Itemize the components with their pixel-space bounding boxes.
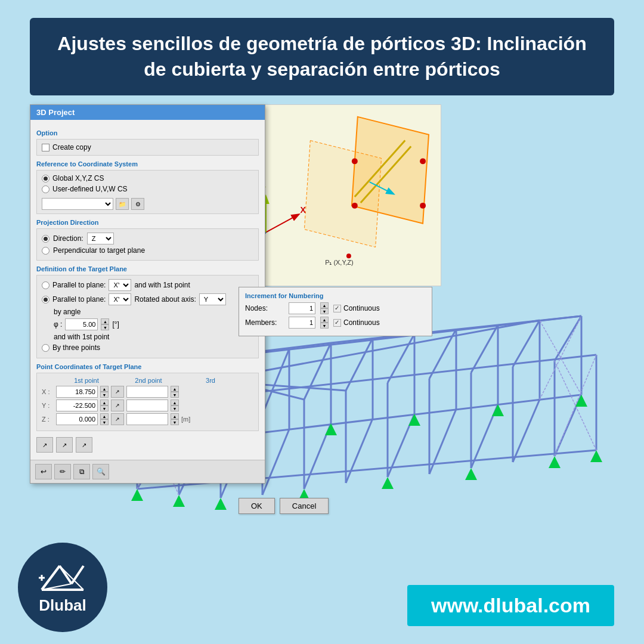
global-cs-radio[interactable]	[42, 175, 49, 182]
x-down-1st[interactable]: ▼	[100, 392, 109, 398]
col-3rd: 3rd	[181, 377, 240, 384]
members-input[interactable]	[289, 317, 315, 329]
y-input-2nd[interactable]	[126, 400, 168, 411]
y-input-1st[interactable]	[56, 400, 98, 411]
direction-dropdown[interactable]: Z X Y	[87, 233, 114, 244]
pick-buttons-row: ↗ ↗ ↗	[36, 435, 259, 455]
cancel-button[interactable]: Cancel	[280, 498, 329, 514]
z-input-1st[interactable]	[56, 413, 98, 425]
nodes-input[interactable]	[289, 302, 315, 314]
undo-btn[interactable]: ↩	[35, 464, 52, 479]
copy-btn[interactable]: ⧉	[73, 464, 90, 479]
parallel-plane2-label: Parallel to plane:	[52, 295, 106, 304]
svg-text:P₁ (X,Y,Z): P₁ (X,Y,Z)	[325, 259, 353, 266]
y-down-1st[interactable]: ▼	[100, 405, 109, 411]
svg-line-48	[262, 349, 289, 414]
svg-marker-91	[465, 468, 477, 480]
header-banner: Ajustes sencillos de geometría de pórtic…	[30, 18, 614, 95]
cs-settings-btn[interactable]: ⚙	[131, 198, 144, 210]
nodes-row: Nodes: ▲ ▼ ✓ Continuous	[245, 302, 426, 314]
perpendicular-radio[interactable]	[42, 247, 49, 255]
svg-point-6	[352, 158, 358, 164]
edit-btn[interactable]: ✏	[54, 464, 71, 479]
coordinate-system-group: Global X,Y,Z CS User-defined U,V,W CS 📁 …	[36, 170, 259, 214]
svg-marker-87	[173, 495, 185, 507]
perpendicular-row[interactable]: Perpendicular to target plane	[42, 246, 253, 255]
pick-btn-2[interactable]: ↗	[56, 437, 73, 453]
nodes-continuous[interactable]: ✓ Continuous	[333, 304, 380, 312]
parallel-plane2-radio[interactable]	[42, 296, 49, 304]
by-three-points-row[interactable]: By three points	[42, 343, 253, 352]
by-three-points-radio[interactable]	[42, 344, 49, 352]
y-coord-row: Y : ▲ ▼ ↗ ▲ ▼	[42, 400, 253, 411]
user-cs-row[interactable]: User-defined U,V,W CS	[42, 185, 253, 193]
rotated-axis-dropdown[interactable]: Y X Z	[199, 293, 226, 305]
svg-marker-86	[131, 489, 143, 501]
x-pick-1st[interactable]: ↗	[111, 386, 124, 398]
parallel-plane2-dropdown[interactable]: XY XZ YZ	[109, 293, 131, 305]
nodes-up[interactable]: ▲	[320, 302, 329, 308]
x-up-1st[interactable]: ▲	[100, 386, 109, 392]
svg-point-17	[346, 253, 351, 258]
svg-line-102	[72, 566, 83, 584]
phi-down-btn[interactable]: ▼	[101, 324, 109, 330]
user-cs-radio[interactable]	[42, 185, 49, 193]
members-label: Members:	[245, 318, 284, 327]
y-pick-1st[interactable]: ↗	[111, 400, 124, 411]
members-cont-checkbox[interactable]: ✓	[333, 319, 341, 327]
z-up-1st[interactable]: ▲	[100, 413, 109, 419]
nodes-cont-label: Continuous	[343, 304, 380, 312]
y-spinner-1st[interactable]: ▲ ▼	[100, 400, 109, 411]
option-section-label: Option	[36, 129, 259, 137]
increment-section: Increment for Numbering Nodes: ▲ ▼ ✓ Con…	[239, 287, 432, 336]
parallel-plane1-dropdown[interactable]: XY XZ YZ	[109, 279, 131, 291]
nodes-down[interactable]: ▼	[320, 308, 329, 314]
dialog-3d-project: 3D Project Option Create copy Reference …	[30, 104, 265, 484]
z-down-1st[interactable]: ▼	[100, 419, 109, 425]
unit-m-label: [m]	[181, 416, 190, 423]
ok-button[interactable]: OK	[239, 498, 275, 514]
projection-section-label: Projection Direction	[36, 219, 259, 226]
target-plane-section-label: Definition of the Target Plane	[36, 265, 259, 273]
z-input-2nd[interactable]	[126, 413, 168, 425]
logo-svg	[39, 560, 86, 593]
phi-spinner[interactable]: ▲ ▼	[101, 318, 109, 330]
parallel-plane1-radio[interactable]	[42, 281, 49, 289]
phi-input[interactable]	[65, 318, 98, 330]
x-input-2nd[interactable]	[126, 386, 168, 398]
direction-radio[interactable]	[42, 235, 49, 243]
cs-browse-btn[interactable]: 📁	[116, 198, 129, 210]
create-copy-checkbox[interactable]	[42, 144, 49, 151]
cs-dropdown[interactable]	[42, 198, 113, 210]
members-up[interactable]: ▲	[320, 317, 329, 323]
y-up-1st[interactable]: ▲	[100, 400, 109, 405]
create-copy-row[interactable]: Create copy	[42, 143, 253, 151]
global-cs-row[interactable]: Global X,Y,Z CS	[42, 174, 253, 182]
x-spinner-2nd[interactable]: ▲ ▼	[171, 386, 179, 398]
y-spinner-2nd[interactable]: ▲ ▼	[171, 400, 179, 411]
nodes-cont-checkbox[interactable]: ✓	[333, 305, 341, 312]
members-continuous[interactable]: ✓ Continuous	[333, 318, 380, 327]
x-spinner-1st[interactable]: ▲ ▼	[100, 386, 109, 398]
members-spinner[interactable]: ▲ ▼	[320, 317, 329, 329]
x-input-1st[interactable]	[56, 386, 98, 398]
z-pick-1st[interactable]: ↗	[111, 413, 124, 425]
svg-marker-92	[549, 456, 561, 468]
phi-up-btn[interactable]: ▲	[101, 318, 109, 324]
logo-text: Dlubal	[39, 596, 86, 615]
dialog-title-bar[interactable]: 3D Project	[30, 105, 265, 120]
pick-btn-1[interactable]: ↗	[36, 437, 53, 453]
phi-label: φ :	[54, 320, 62, 329]
nodes-spinner[interactable]: ▲ ▼	[320, 302, 329, 314]
view-btn[interactable]: 🔍	[92, 464, 109, 479]
by-angle-group: by angle φ : ▲ ▼ [°] and with 1st point	[54, 308, 253, 341]
dlubal-logo: Dlubal	[18, 543, 107, 632]
svg-marker-90	[382, 477, 394, 489]
z-spinner-1st[interactable]: ▲ ▼	[100, 413, 109, 425]
z-spinner-2nd[interactable]: ▲ ▼	[171, 413, 179, 425]
and-with-1st-point2: and with 1st point	[54, 333, 253, 341]
viewport-3d: X Y Z P₁ (X,Y,Z)	[239, 104, 441, 286]
website-url: www.dlubal.com	[431, 594, 590, 617]
members-down[interactable]: ▼	[320, 323, 329, 329]
pick-btn-3[interactable]: ↗	[76, 437, 92, 453]
